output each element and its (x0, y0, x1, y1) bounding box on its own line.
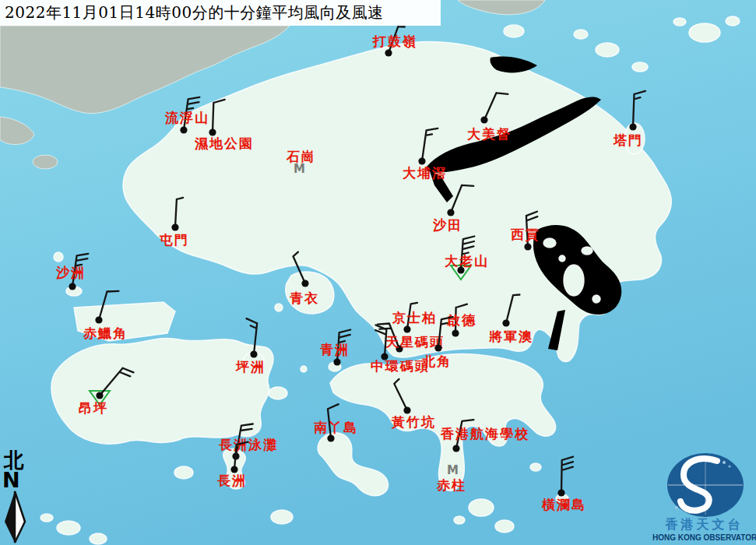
compass-needle-icon (2, 490, 28, 544)
station-label: 昂坪 (79, 400, 108, 416)
station-label: 赤鱲角 (83, 325, 128, 341)
station-label: 屯門 (159, 232, 189, 248)
station-label: 西貢 (510, 227, 540, 242)
po-toi-islet (454, 516, 465, 524)
north-letter-label: N (2, 471, 30, 490)
station-dot (180, 126, 187, 133)
station-label: 青洲 (320, 342, 350, 357)
station-label: 大埔滘 (403, 165, 447, 181)
hko-name-english: HONG KONG OBSERVATORY (652, 533, 756, 542)
station-dot (629, 123, 636, 130)
station-label: 濕地公園 (194, 135, 254, 151)
station-label: 香港航海學校 (440, 426, 529, 441)
station-label: 青衣 (290, 290, 319, 306)
station-label: 流浮山 (164, 110, 209, 125)
station-label: 石崗 (286, 149, 316, 164)
station-dot (333, 358, 340, 365)
station-dot (403, 325, 410, 332)
station-label: 黃竹坑 (391, 414, 436, 430)
station-dot (96, 392, 103, 399)
ne-island (574, 30, 588, 39)
station-dot (95, 316, 102, 323)
station-label: 長洲 (217, 473, 247, 488)
station-label: 將軍澳 (488, 329, 533, 344)
station-dot (447, 209, 454, 216)
station-dot (385, 49, 392, 56)
port-shelter-island (582, 247, 592, 255)
station-dot (502, 319, 509, 326)
station-dot (557, 489, 564, 496)
station-dot (434, 344, 441, 351)
station-dot (418, 157, 425, 164)
port-shelter-islet (559, 255, 565, 262)
station-dot (69, 283, 76, 290)
lingding-island (33, 155, 58, 169)
sung-kong-island (530, 463, 541, 471)
po-toi-islet (495, 520, 514, 533)
mirs-bay-island (689, 23, 720, 42)
ne-islet (632, 62, 648, 72)
station-label: 沙洲 (55, 265, 86, 280)
hei-ling-chau (269, 387, 287, 399)
kau-sai-chau (564, 265, 584, 296)
hko-logo-icon (652, 450, 756, 520)
map-title: 2022年11月01日14時00分的十分鐘平均風向及風速 (0, 0, 441, 26)
station-dot (171, 223, 178, 230)
missing-data-marker: M (447, 463, 459, 477)
station-dot (524, 243, 531, 250)
sha-tau-kok-islet (504, 25, 524, 37)
station-label: 坪洲 (235, 359, 265, 374)
ma-wan-island (275, 304, 283, 311)
station-dot (403, 406, 410, 413)
station-label: 北角 (421, 353, 452, 369)
station-label: 啟德 (446, 312, 476, 328)
station-label: 京士柏 (392, 310, 437, 325)
station-label: 大美督 (467, 126, 512, 142)
shek-kwu-chau-south (271, 510, 293, 524)
hko-name-chinese: 香港天文台 (652, 517, 756, 533)
station-label: 沙田 (432, 217, 462, 233)
kau-yi-chau (301, 366, 307, 372)
po-toi-island (469, 499, 494, 516)
station-label: 長洲泳灘 (219, 437, 278, 452)
station-dot (301, 280, 308, 287)
soko-islet (90, 533, 107, 544)
lung-kwu-chau (54, 252, 63, 262)
station-label: 中環碼頭 (371, 358, 430, 374)
station-label: 塔門 (613, 132, 643, 148)
hko-logo: 香港天文台 HONG KONG OBSERVATORY (652, 450, 756, 545)
station-label: 打鼓嶺 (372, 33, 417, 49)
hong-kong-basemap: 打鼓嶺流浮山濕地公園M石崗大美督塔門大埔滘沙田屯門西貢大老山沙洲青衣赤鱲角京士柏… (0, 0, 756, 545)
station-label: 橫瀾島 (541, 497, 586, 512)
station-label: 赤柱 (436, 477, 466, 493)
station-label: 南丫島 (314, 420, 358, 435)
mirs-bay-islet (726, 16, 740, 26)
port-shelter-island (543, 238, 556, 248)
port-shelter-islet (592, 295, 600, 303)
soko-island (57, 521, 80, 535)
station-dot (250, 350, 257, 357)
station-dot (480, 116, 487, 123)
soko-islet (40, 514, 53, 522)
shek-kwu-chau (174, 466, 193, 479)
mirs-bay-islet (673, 18, 686, 26)
station-dot (452, 329, 459, 336)
hko-wind-map: 打鼓嶺流浮山濕地公園M石崗大美督塔門大埔滘沙田屯門西貢大老山沙洲青衣赤鱲角京士柏… (0, 0, 756, 545)
station-dot (452, 445, 459, 452)
station-label: 大老山 (445, 253, 489, 269)
crooked-island (596, 43, 619, 57)
station-dot (327, 434, 334, 441)
north-indicator: 北 N (2, 449, 30, 544)
